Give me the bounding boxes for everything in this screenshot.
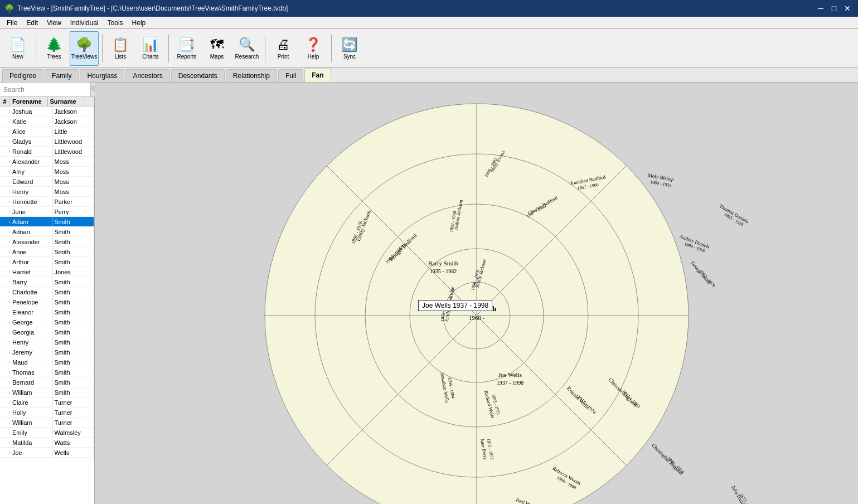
trees-icon: 🌲 <box>46 37 62 52</box>
person-num <box>0 171 10 173</box>
person-row[interactable]: EdwardMoss <box>0 177 94 187</box>
person-row[interactable]: AlexanderMoss <box>0 157 94 167</box>
tab-descendants[interactable]: Descendants <box>171 69 225 82</box>
person-row[interactable]: MatildaWatts <box>0 438 94 448</box>
menu-item-file[interactable]: File <box>2 18 22 28</box>
person-num <box>0 281 10 283</box>
minimize-button[interactable]: ─ <box>815 2 827 14</box>
person-row[interactable]: HarrietJones <box>0 267 94 277</box>
person-row[interactable]: JunePerry <box>0 207 94 217</box>
toolbar-btn-maps[interactable]: 🗺Maps <box>202 31 231 66</box>
person-row[interactable]: HenrySmith <box>0 337 94 347</box>
person-row[interactable]: HollyTurner <box>0 408 94 418</box>
person-row[interactable]: WilliamTurner <box>0 418 94 428</box>
person-surname: Moss <box>52 177 95 186</box>
person-row[interactable]: BernardSmith <box>0 377 94 387</box>
person-num <box>0 331 10 333</box>
person-surname: Littlewood <box>52 147 95 156</box>
person-row[interactable]: HenryMoss <box>0 187 94 197</box>
tab-relationship[interactable]: Relationship <box>226 69 277 82</box>
toolbar-btn-print[interactable]: 🖨Print <box>269 31 298 66</box>
toolbar-btn-lists[interactable]: 📋Lists <box>106 31 135 66</box>
toolbar-btn-sync[interactable]: 🔄Sync <box>335 31 364 66</box>
person-row[interactable]: GeorgiaSmith <box>0 327 94 337</box>
person-row[interactable]: AlexanderSmith <box>0 237 94 247</box>
person-row[interactable]: AdrianSmith <box>0 227 94 237</box>
person-forename: Edward <box>10 177 52 186</box>
tab-hourglass[interactable]: Hourglass <box>80 69 124 82</box>
person-row[interactable]: AdamSmith <box>0 217 94 227</box>
person-row[interactable]: JoeWells <box>0 448 94 458</box>
toolbar-btn-treeviews[interactable]: 🌳TreeViews <box>70 31 99 66</box>
person-row[interactable]: WilliamSmith <box>0 387 94 398</box>
person-row[interactable]: RonaldLittlewood <box>0 147 94 157</box>
person-row[interactable]: AliceLittle <box>0 127 94 137</box>
person-row[interactable]: JeremySmith <box>0 347 94 357</box>
col-header-num: # <box>0 97 10 106</box>
toolbar-btn-research[interactable]: 🔍Research <box>232 31 261 66</box>
person-forename: Amy <box>10 167 52 176</box>
person-num <box>0 110 10 113</box>
person-surname: Little <box>52 127 95 136</box>
toolbar-btn-charts[interactable]: 📊Charts <box>136 31 165 66</box>
maximize-button[interactable]: □ <box>828 2 840 14</box>
toolbar-btn-trees[interactable]: 🌲Trees <box>40 31 69 66</box>
person-forename: Charlotte <box>10 288 52 297</box>
person-surname: Smith <box>52 388 95 397</box>
person-forename: Eleanor <box>10 308 52 317</box>
person-row[interactable]: ClaireTurner <box>0 398 94 408</box>
person-forename: Emily <box>10 428 52 437</box>
menu-item-tools[interactable]: Tools <box>103 18 128 28</box>
toolbar-btn-help[interactable]: ❓Help <box>299 31 328 66</box>
person-surname: Smith <box>52 238 95 246</box>
person-row[interactable]: GeorgeSmith <box>0 317 94 327</box>
person-forename: Henry <box>10 338 52 347</box>
person-row[interactable]: JoshuaJackson <box>0 106 94 117</box>
tab-full[interactable]: Full <box>278 69 303 82</box>
toolbar-btn-label: Help <box>308 54 319 60</box>
person-forename: Alexander <box>10 238 52 246</box>
person-row[interactable]: HenrietteParker <box>0 197 94 207</box>
toolbar-btn-label: Charts <box>142 54 158 60</box>
tab-family[interactable]: Family <box>45 69 79 82</box>
tab-ancestors[interactable]: Ancestors <box>125 69 169 82</box>
person-forename: June <box>10 207 52 216</box>
person-forename: Thomas <box>10 368 52 377</box>
close-button[interactable]: ✕ <box>841 2 854 14</box>
toolbar-btn-reports[interactable]: 📑Reports <box>172 31 201 66</box>
person-forename: Georgia <box>10 328 52 337</box>
person-num <box>0 291 10 293</box>
menu-item-help[interactable]: Help <box>128 18 151 28</box>
title-bar: 🌳 TreeView - [SmithFamilyTree] - [C:\Use… <box>0 0 858 17</box>
person-row[interactable]: EleanorSmith <box>0 307 94 317</box>
person-surname: Parker <box>52 197 95 206</box>
person-row[interactable]: AnneSmith <box>0 247 94 257</box>
menu-item-individual[interactable]: Individual <box>66 18 103 28</box>
person-row[interactable]: ArthurSmith <box>0 257 94 267</box>
person-row[interactable]: CharlotteSmith <box>0 287 94 297</box>
person-row[interactable]: AmyMoss <box>0 167 94 177</box>
person-row[interactable]: PenelopeSmith <box>0 297 94 307</box>
tab-pedigree[interactable]: Pedigree <box>2 69 43 82</box>
col-header-surname: Surname <box>48 97 86 106</box>
svg-text:Joe Wells: Joe Wells <box>498 371 522 378</box>
person-row[interactable]: KatieJackson <box>0 117 94 127</box>
person-num <box>0 211 10 213</box>
person-row[interactable]: EmilyWalmsley <box>0 428 94 438</box>
search-input[interactable] <box>0 83 90 96</box>
person-row[interactable]: ThomasSmith <box>0 367 94 377</box>
menu-item-view[interactable]: View <box>42 18 66 28</box>
chart-area[interactable]: Adam Smith 1968 - Barry Smith 1935 - 198… <box>95 83 858 504</box>
menu-item-edit[interactable]: Edit <box>22 18 42 28</box>
toolbar-btn-new[interactable]: 📄New <box>3 31 32 66</box>
tab-fan[interactable]: Fan <box>304 69 331 82</box>
person-row[interactable]: GladysLittlewood <box>0 137 94 147</box>
person-row[interactable]: BarrySmith <box>0 277 94 287</box>
person-num <box>0 381 10 384</box>
reports-icon: 📑 <box>178 37 195 52</box>
person-surname: Smith <box>52 328 95 337</box>
person-row[interactable]: MaudSmith <box>0 357 94 367</box>
svg-text:1935 - 1982: 1935 - 1982 <box>429 268 456 274</box>
person-surname: Moss <box>52 187 95 196</box>
left-panel: 🔍 # Forename Surname JoshuaJacksonKatieJ… <box>0 83 95 504</box>
